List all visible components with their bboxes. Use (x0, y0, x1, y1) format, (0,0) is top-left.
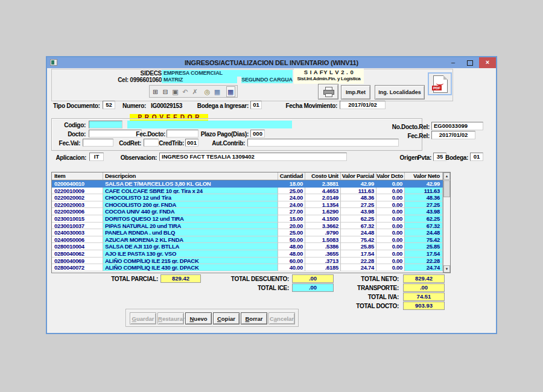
cell-dcto: 0.00 (376, 229, 405, 236)
cell-desc: CHOCOLISTO 12 und Tira (103, 194, 278, 201)
fec-rel-field[interactable]: 2017/01/02 (431, 131, 475, 139)
table-row[interactable]: 0230010015DORITOS QUESO 12 und TIRA15.00… (52, 215, 443, 223)
borrar-button[interactable]: Borrar (241, 312, 267, 324)
copiar-button[interactable]: Copiar (213, 312, 240, 324)
bodega-ingresar-field[interactable]: 01 (250, 101, 262, 109)
bodega-label: Bodega: (433, 154, 468, 162)
ing-localidades-button[interactable]: Ing. Localidades (375, 85, 425, 100)
total-parcial-label: TOTAL PARCIAL: (86, 275, 158, 283)
search-icon[interactable]: ◎ (203, 86, 212, 97)
cell-desc: AZUCAR MORENA 2 KL FNDA (103, 236, 278, 244)
print-button[interactable] (318, 84, 338, 100)
copy-record-icon[interactable]: ⊟ (160, 86, 170, 97)
aplicacion-field[interactable]: IT (89, 153, 104, 161)
delete-record-icon[interactable]: ✗ (191, 86, 200, 97)
cell-dcto: 0.00 (376, 215, 405, 223)
cell-dcto: 0.00 (376, 223, 405, 230)
system-name: S I A FY L V 2 . 0 (294, 69, 364, 76)
codigo-label: Codigo: (51, 121, 86, 129)
total-docto-label: TOTAL DOCTO: (326, 302, 399, 310)
table-row[interactable]: 0280040062AJO ILE PASTA 130 gr. VSO48.00… (52, 250, 443, 258)
cell-desc: AJO ILE PASTA 130 gr. VSO (103, 250, 278, 258)
maximize-button[interactable] (462, 57, 478, 68)
company-phone: Cel: 0996601060 (104, 77, 162, 83)
cell-parcial: 111.63 (341, 188, 376, 195)
cell-desc: DORITOS QUESO 12 und TIRA (103, 215, 278, 223)
aplicacion-label: Aplicacion: (47, 154, 86, 162)
tipo-documento-field[interactable]: 52 (103, 101, 115, 109)
table-row[interactable]: 0240030003PANELA RDNDA . und BLQ25.00.97… (52, 229, 443, 236)
system-banner: S I A FY L V 2 . 0 Sist.Int.Admin.Fin. y… (294, 69, 364, 84)
table-row[interactable]: 0220010009CAFE COLCAFE SBRE 10 gr. Tira … (52, 188, 443, 195)
browse-grid-icon[interactable]: ▦ (212, 86, 221, 97)
pdf-export-button[interactable]: PDF (428, 72, 452, 95)
cell-costo: .3713 (305, 258, 341, 265)
cell-dcto: 0.00 (376, 243, 405, 250)
pdf-badge: PDF (432, 86, 442, 90)
no-docto-rel-label: No.Docto.Rel: (357, 123, 430, 131)
codigo-field[interactable] (89, 121, 122, 128)
cell-neto: 111.63 (405, 188, 443, 195)
minimize-button[interactable]: – (445, 57, 461, 68)
undo-icon[interactable]: ↶ (180, 86, 189, 97)
cell-cant: 27.00 (278, 208, 305, 215)
credtrib-label: CredTrib: (142, 139, 184, 147)
cell-costo: 1.5083 (305, 236, 341, 244)
table-row[interactable]: 0280040072ALIÑO COMP/LIQ ILE 430 gr. DPA… (52, 264, 443, 271)
table-row[interactable]: 0280010004SALSA DE AJI 110 gr. BTLLA48.0… (52, 243, 443, 250)
cell-item: 0240050006 (52, 236, 103, 244)
total-iva-value: 74.51 (403, 292, 445, 301)
cell-dcto: 0.00 (376, 250, 405, 258)
cancelar-button: Cancelar (268, 312, 295, 324)
nuevo-button[interactable]: Nuevo (185, 312, 212, 324)
scroll-down-icon[interactable]: ▼ (443, 265, 450, 273)
cell-parcial: 62.25 (341, 215, 376, 223)
column-header-costo-unit: Costo Unit (305, 172, 341, 180)
total-docto-value: 903.93 (403, 302, 445, 310)
cell-dcto: 0.00 (376, 188, 405, 195)
column-header-valor-parcial: Valor Parcial (341, 172, 376, 180)
total-neto-label: TOTAL NETO: (326, 275, 399, 283)
save-record-icon[interactable]: ▣ (171, 86, 180, 97)
cell-desc: SALSA DE T/MARCELLOS 3,80 KL GLON (103, 180, 278, 188)
add-record-icon[interactable]: ⊞ (151, 86, 160, 97)
plazo-field[interactable]: 000 (250, 130, 265, 138)
cell-item: 0280040069 (52, 258, 103, 265)
plazo-label: Plazo Pago(Dias): (176, 130, 249, 138)
print-grid-icon[interactable]: ▦ (226, 86, 235, 97)
cell-item: 0230010037 (52, 223, 103, 230)
table-row[interactable]: 0230010037PIPAS NATURAL 20 und TIRA20.00… (52, 223, 443, 230)
total-iva-label: TOTAL IVA: (326, 293, 399, 301)
numero-label: Numero: (122, 102, 146, 110)
cell-parcial: 48.36 (341, 194, 376, 201)
table-row[interactable]: 0220020003CHOCOLISTO 200 gr. FNDA24.001.… (52, 201, 443, 209)
branch-name: MATRIZ (162, 77, 237, 83)
cell-cant: 50.00 (278, 236, 305, 244)
scroll-up-icon[interactable]: ▲ (443, 172, 450, 180)
table-row[interactable]: 0200040010SALSA DE T/MARCELLOS 3,80 KL G… (52, 180, 443, 188)
proveedor-nombre-field[interactable] (127, 121, 292, 128)
grid-rows: 0200040010SALSA DE T/MARCELLOS 3,80 KL G… (52, 180, 443, 271)
cell-neto: 67.32 (405, 223, 443, 230)
table-row[interactable]: 0240050006AZUCAR MORENA 2 KL FNDA50.001.… (52, 236, 443, 244)
system-description: Sist.Int.Admin.Fin. y Logística (294, 76, 364, 82)
bodega-ingresar-label: Bodega a Ingresar: (176, 102, 249, 110)
scrollbar-thumb[interactable] (443, 180, 450, 197)
imp-ret-button[interactable]: Imp.Ret (341, 85, 370, 100)
cell-cant: 48.00 (278, 250, 305, 258)
cell-cant: 24.00 (278, 201, 305, 209)
observacion-field[interactable]: INGRESO FACT TESALIA 1309402 (159, 153, 347, 161)
table-row[interactable]: 0280040069ALIÑO COMP/LIQ ILE 215 gr. DPA… (52, 258, 443, 265)
table-row[interactable]: 0220020006COCOA UNIV 440 gr. FNDA27.001.… (52, 208, 443, 215)
close-button[interactable]: × (479, 57, 496, 68)
cell-cant: 60.00 (278, 258, 305, 265)
docto-label: Docto: (51, 130, 86, 138)
bodega-field[interactable]: 01 (470, 153, 483, 161)
grid-scrollbar[interactable]: ▲ ▼ (443, 172, 450, 273)
no-docto-rel-field[interactable]: EG00033099 (431, 122, 483, 130)
cell-neto: 24.48 (405, 229, 443, 236)
column-header-valor-dcto: Valor Dcto (376, 172, 405, 180)
table-row[interactable]: 0220020002CHOCOLISTO 12 und Tira24.002.0… (52, 194, 443, 201)
cell-costo: .3655 (305, 250, 341, 258)
fecha-movimiento-field[interactable]: 2017/01/02 (340, 101, 386, 109)
